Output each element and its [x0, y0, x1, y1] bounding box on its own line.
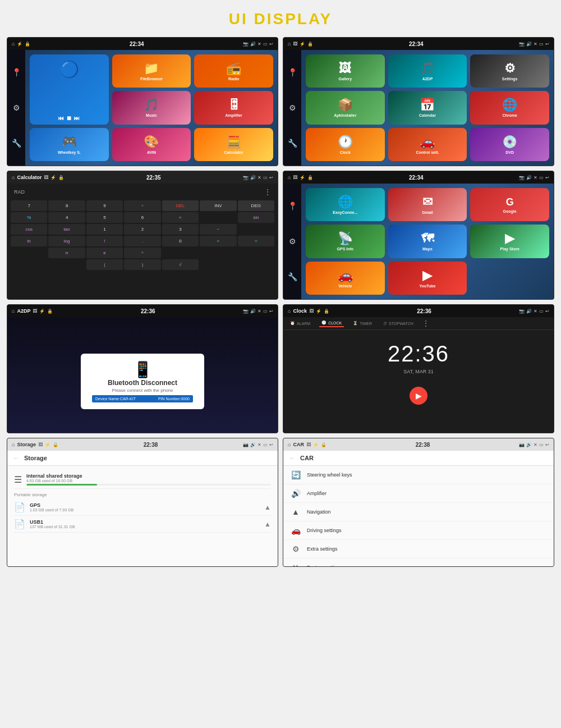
home-icon-8[interactable]: ⌂ [288, 442, 291, 447]
calc-btn-sqrt[interactable]: √ [162, 259, 199, 270]
calc-btn-7[interactable]: 7 [11, 200, 47, 211]
app-tile-easyconn[interactable]: 🌐 EasyConne... [306, 188, 385, 221]
app-tile-calendar[interactable]: 📅 Calendar [388, 91, 467, 124]
car-menu-item-navigation[interactable]: ▲ Navigation [283, 503, 554, 521]
app-tile-wheelkey[interactable]: 🎮 Wheelkey S. [30, 128, 109, 161]
car-menu-item-factory[interactable]: ✕ Factory settings [283, 558, 554, 567]
app-tile-music[interactable]: 🎵 Music [112, 91, 191, 124]
calc-btn-0[interactable]: 0 [162, 236, 199, 246]
calc-btn-5[interactable]: 5 [86, 212, 123, 223]
app-tile-filebrowser[interactable]: 📁 FileBrowser [112, 54, 191, 88]
calc-btn-pi[interactable]: π [48, 248, 85, 258]
app-tile-avin[interactable]: 🎨 AVIN [112, 128, 191, 161]
back-icon-7[interactable]: ↩ [269, 442, 273, 447]
app-tile-gpsinfo[interactable]: 📡 GPS Info [306, 225, 385, 258]
storage-gps-eject-button[interactable]: ▲ [264, 503, 271, 511]
sidebar-settings-1[interactable]: 🔧 [12, 139, 21, 148]
app-tile-chrome[interactable]: 🌐 Chrome [470, 91, 549, 124]
car-menu-item-extra[interactable]: ⚙ Extra settings [283, 540, 554, 558]
home-icon-2[interactable]: ⌂ [288, 41, 291, 47]
calc-btn-1[interactable]: 1 [86, 224, 123, 235]
calc-btn-cos[interactable]: cos [11, 224, 47, 235]
sidebar-location-1[interactable]: 📍 [12, 68, 21, 77]
calc-btn-rparen[interactable]: ) [124, 259, 160, 270]
storage-usb1-eject-button[interactable]: ▲ [264, 520, 271, 528]
app-tile-gallery[interactable]: 🖼 Gallery [306, 54, 385, 88]
home-icon-7[interactable]: ⌂ [12, 442, 15, 447]
sidebar-location-4[interactable]: 📍 [288, 202, 297, 210]
calc-btn-tan[interactable]: tan [48, 224, 85, 235]
back-icon[interactable]: ↩ [269, 42, 273, 47]
calc-btn-4[interactable]: 4 [48, 212, 85, 223]
calc-btn-pow[interactable]: ^ [124, 248, 160, 258]
app-tile-playstore[interactable]: ▶ Play Store [470, 225, 549, 258]
clock-fab-button[interactable]: ▶ [410, 387, 427, 405]
calc-btn-add[interactable]: + [200, 236, 236, 246]
calc-btn-log[interactable]: log [48, 236, 85, 246]
home-icon-3[interactable]: ⌂ [12, 175, 15, 180]
calc-btn-mul[interactable]: × [162, 212, 199, 223]
home-icon-6[interactable]: ⌂ [288, 308, 291, 314]
back-icon-2[interactable]: ↩ [545, 42, 549, 47]
calc-btn-ln[interactable]: ln [11, 236, 47, 246]
home-icon-5[interactable]: ⌂ [12, 308, 15, 314]
sidebar-settings-4[interactable]: 🔧 [288, 272, 297, 281]
calc-btn-e[interactable]: e [86, 248, 123, 258]
sidebar-sliders-1[interactable]: ⚙ [13, 103, 20, 112]
storage-item-gps[interactable]: 📄 GPS 1.03 GB used of 7.93 GB ▲ [14, 499, 271, 516]
app-tile-settings[interactable]: ⚙ Settings [470, 54, 549, 88]
app-tile-vehicle[interactable]: 🚗 Vehicle [306, 262, 385, 295]
back-icon-6[interactable]: ↩ [545, 309, 549, 314]
calc-btn-div[interactable]: ÷ [124, 200, 160, 211]
calc-btn-lparen[interactable]: ( [86, 259, 123, 270]
app-tile-dvd[interactable]: 💿 DVD [470, 128, 549, 161]
car-back-button[interactable]: ← [289, 454, 296, 462]
app-tile-clock[interactable]: 🕐 Clock [306, 128, 385, 161]
home-icon-4[interactable]: ⌂ [288, 175, 291, 180]
app-tile-amplifier[interactable]: 🎛 Amplifier [194, 91, 273, 124]
sidebar-location-2[interactable]: 📍 [288, 68, 297, 77]
back-icon-5[interactable]: ↩ [269, 309, 273, 314]
sidebar-sliders-4[interactable]: ⚙ [289, 237, 296, 246]
calc-btn-inv[interactable]: INV [200, 200, 236, 211]
back-icon-8[interactable]: ↩ [545, 442, 549, 447]
clock-more-icon[interactable]: ⋮ [422, 319, 429, 327]
car-menu-item-driving[interactable]: 🚗 Driving settings [283, 521, 554, 540]
storage-back-button[interactable]: ← [13, 454, 20, 462]
back-icon-4[interactable]: ↩ [545, 175, 549, 180]
app-tile-youtube[interactable]: ▶ YouTube [388, 262, 467, 295]
app-tile-radio[interactable]: 📻 Radio [194, 54, 273, 88]
calc-more-icon[interactable]: ⋮ [264, 188, 271, 196]
back-icon-3[interactable]: ↩ [269, 175, 273, 180]
app-tile-bluetooth[interactable]: 🔵 ⏮ ⏹ ⏭ [30, 54, 109, 125]
calc-btn-eq[interactable]: = [238, 236, 274, 246]
calc-btn-deg[interactable]: DEG [238, 200, 274, 211]
sidebar-settings-2[interactable]: 🔧 [288, 139, 297, 148]
calc-btn-2[interactable]: 2 [124, 224, 160, 235]
calc-btn-sub[interactable]: − [200, 224, 236, 235]
calc-btn-8[interactable]: 8 [48, 200, 85, 211]
calc-btn-dot[interactable]: . [124, 236, 160, 246]
car-menu-item-amplifier[interactable]: 🔊 Amplifier [283, 484, 554, 503]
app-tile-google[interactable]: G Google [470, 188, 549, 221]
storage-item-internal[interactable]: ☰ Internal shared storage 4.63 GB used o… [14, 470, 271, 489]
tab-alarm[interactable]: ⏰ ALARM [288, 320, 312, 327]
app-tile-maps[interactable]: 🗺 Maps [388, 225, 467, 258]
sidebar-sliders-2[interactable]: ⚙ [289, 103, 296, 112]
car-menu-item-steering[interactable]: 🔄 Steering wheel keys [283, 466, 554, 484]
app-tile-gmail[interactable]: ✉ Gmail [388, 188, 467, 221]
tab-clock[interactable]: 🕐 CLOCK [319, 319, 344, 327]
app-tile-calculator[interactable]: 🧮 Calculator [194, 128, 273, 161]
storage-item-usb1[interactable]: 📄 USB1 137 MB used of 31.31 GB ▲ [14, 516, 271, 533]
calc-btn-fact[interactable]: ! [86, 236, 123, 246]
app-tile-apkinstaller[interactable]: 📦 ApkInstaller [306, 91, 385, 124]
calc-btn-pct[interactable]: % [11, 212, 47, 223]
calc-btn-9[interactable]: 9 [86, 200, 123, 211]
app-tile-controlsett[interactable]: 🚗 Control sett. [388, 128, 467, 161]
tab-timer[interactable]: ⌛ TIMER [351, 320, 374, 327]
app-tile-a2dp[interactable]: 🎵 A2DP [388, 54, 467, 88]
tab-stopwatch[interactable]: ⏱ STOPWATCH [381, 320, 416, 327]
calc-btn-del[interactable]: DEL [162, 200, 199, 211]
calc-btn-sin[interactable]: sin [238, 212, 274, 223]
calc-btn-3[interactable]: 3 [162, 224, 199, 235]
